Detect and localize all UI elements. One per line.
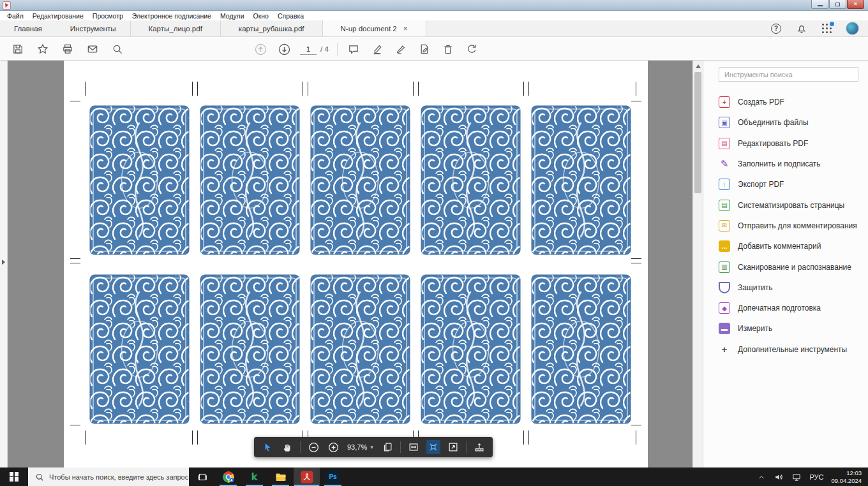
tab-close-icon[interactable]: ×: [403, 24, 408, 33]
edit-page-icon[interactable]: [417, 41, 432, 57]
crop-mark: [636, 431, 636, 445]
tab-bar: Главная Инструменты Карты_лицо.pdf карты…: [0, 20, 868, 37]
app-grid-icon[interactable]: [820, 22, 834, 36]
zoom-out-icon[interactable]: [306, 440, 320, 454]
tab-doc-karty-lico[interactable]: Карты_лицо.pdf: [130, 20, 220, 36]
tool-send-for-comments[interactable]: ✉ Отправить для комментирования: [703, 216, 868, 236]
email-icon[interactable]: [85, 41, 100, 57]
card-back: [531, 274, 631, 424]
crop-mark: [192, 82, 193, 96]
volume-icon[interactable]: [774, 472, 784, 482]
menu-help[interactable]: Справка: [273, 12, 308, 20]
next-page-icon[interactable]: [276, 41, 292, 57]
tray-chevron-up-icon[interactable]: [757, 473, 766, 482]
close-button[interactable]: ×: [847, 0, 864, 9]
file-explorer-icon: [274, 471, 287, 483]
protect-shield-icon: [719, 282, 730, 293]
star-icon[interactable]: [35, 41, 50, 57]
scroll-up-arrow-icon[interactable]: [696, 64, 701, 68]
fit-width-icon[interactable]: [407, 440, 421, 454]
notifications-bell-icon[interactable]: [795, 22, 809, 36]
print-icon[interactable]: [60, 41, 75, 57]
tool-scan-ocr[interactable]: ▥ Сканирование и распознавание: [703, 256, 868, 277]
zoom-level-dropdown[interactable]: 93,7% ▾: [346, 443, 375, 451]
menu-edit[interactable]: Редактирование: [28, 12, 88, 20]
taskbar-k-app[interactable]: k: [241, 468, 267, 486]
menu-view[interactable]: Просмотр: [88, 12, 128, 20]
taskbar-photoshop[interactable]: Ps: [320, 468, 346, 486]
fit-page-icon[interactable]: [426, 440, 440, 454]
card-back: [310, 274, 410, 424]
menu-window[interactable]: Окно: [249, 12, 273, 20]
tool-combine-files[interactable]: ▣ Объединить файлы: [703, 112, 868, 133]
export-pdf-icon: ↑: [719, 179, 730, 190]
help-icon[interactable]: ?: [769, 22, 783, 36]
tool-add-comment[interactable]: … Добавить комментарий: [703, 236, 868, 256]
organize-pages-icon: ▤: [719, 200, 730, 211]
rotate-icon[interactable]: [464, 41, 479, 57]
crop-mark: [85, 431, 86, 445]
tool-label: Экспорт PDF: [738, 180, 784, 189]
comment-icon[interactable]: [346, 41, 361, 57]
card-back: [89, 274, 190, 424]
measure-tool-icon[interactable]: [472, 440, 486, 454]
scrollbar-thumb[interactable]: [694, 72, 701, 193]
tab-doc-karty-rubashka[interactable]: карты_рубашка.pdf: [220, 20, 322, 36]
notification-dot: [830, 22, 834, 26]
select-tool-icon[interactable]: [260, 440, 274, 454]
fill-sign-tool-icon: ✎: [719, 158, 730, 170]
taskbar-acrobat[interactable]: [294, 468, 320, 486]
delete-pages-icon[interactable]: [440, 41, 456, 57]
crop-mark: [631, 101, 641, 101]
left-panel-toggle[interactable]: [0, 61, 8, 468]
crop-mark: [70, 263, 80, 263]
create-pdf-icon: +: [719, 96, 730, 108]
tool-print-production[interactable]: ◆ Допечатная подготовка: [703, 298, 868, 318]
tool-export-pdf[interactable]: ↑ Экспорт PDF: [703, 174, 868, 195]
fullscreen-icon[interactable]: [446, 440, 460, 454]
zoom-in-icon[interactable]: [326, 440, 340, 454]
tool-more-tools[interactable]: + Дополнительные инструменты: [703, 339, 868, 360]
menu-plugins[interactable]: Модули: [216, 12, 249, 20]
clock[interactable]: 12:03 09.04.2024: [831, 469, 862, 485]
restore-button[interactable]: [829, 0, 846, 9]
main-toolbar: / 4: [0, 38, 868, 61]
card-back: [310, 105, 410, 255]
taskbar-explorer[interactable]: [267, 468, 294, 486]
crop-mark: [197, 82, 198, 96]
task-view-button[interactable]: [189, 468, 215, 486]
tool-create-pdf[interactable]: + Создать PDF: [703, 92, 868, 112]
previous-page-icon[interactable]: [253, 41, 268, 57]
tool-label: Добавить комментарий: [738, 242, 821, 251]
taskbar-search-input[interactable]: Чтобы начать поиск, введите здесь запрос: [28, 468, 189, 486]
menu-esign[interactable]: Электронное подписание: [128, 12, 216, 20]
page-display-icon[interactable]: [380, 440, 394, 454]
network-icon[interactable]: [791, 472, 802, 482]
tool-fill-sign[interactable]: ✎ Заполнить и подписать: [703, 154, 868, 174]
tool-measure[interactable]: ▬ Измерить: [703, 318, 868, 339]
save-icon[interactable]: [10, 41, 26, 57]
user-avatar[interactable]: [846, 22, 859, 35]
tab-home[interactable]: Главная: [0, 20, 56, 36]
highlight-icon[interactable]: [370, 41, 385, 57]
tool-label: Редактировать PDF: [738, 139, 808, 148]
photoshop-icon: Ps: [327, 471, 340, 483]
tool-edit-pdf[interactable]: ▤ Редактировать PDF: [703, 133, 868, 154]
start-button[interactable]: [0, 468, 28, 486]
fill-sign-icon[interactable]: [393, 41, 408, 57]
tab-tools[interactable]: Инструменты: [56, 20, 130, 36]
search-icon[interactable]: [110, 41, 125, 57]
minimize-button[interactable]: [811, 0, 828, 9]
hand-tool-icon[interactable]: [280, 440, 294, 454]
taskbar-chrome[interactable]: [215, 468, 241, 486]
page-number-input[interactable]: [300, 43, 317, 55]
tool-organize-pages[interactable]: ▤ Систематизировать страницы: [703, 195, 868, 215]
language-indicator[interactable]: РУС: [809, 473, 823, 481]
send-for-comments-icon: ✉: [719, 220, 730, 232]
menu-file[interactable]: Файл: [3, 12, 28, 20]
tab-doc-nup-document[interactable]: N-up document 2 ×: [322, 20, 426, 36]
tool-protect[interactable]: Защитить: [703, 277, 868, 298]
vertical-scrollbar[interactable]: [692, 61, 703, 468]
time-label: 12:03: [831, 469, 862, 477]
tools-search-input[interactable]: [719, 67, 858, 82]
